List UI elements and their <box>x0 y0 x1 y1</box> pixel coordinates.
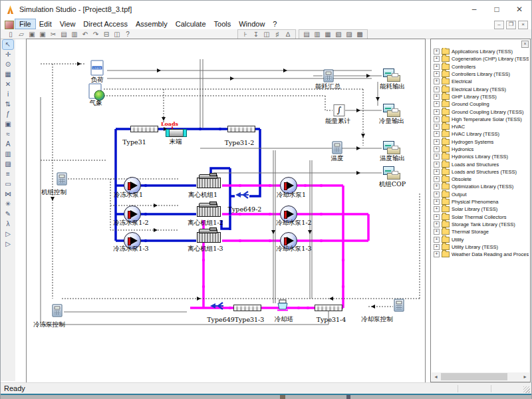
measure-button[interactable]: ∆ <box>283 30 293 39</box>
output-probe-tool[interactable]: ▦ <box>3 70 13 79</box>
menu-file[interactable]: File <box>15 19 35 29</box>
expander-icon[interactable]: + <box>434 131 440 137</box>
tree-item-obsolete[interactable]: +Obsolete <box>432 176 529 183</box>
expander-icon[interactable]: + <box>434 94 440 100</box>
grid-view-tool[interactable]: ▥ <box>3 150 13 159</box>
tree-item-cogeneration-chp-library-tess[interactable]: +Cogeneration (CHP) Library (TESS) <box>432 55 529 63</box>
expander-icon[interactable]: + <box>434 221 440 227</box>
print-layout-tool[interactable]: ▭ <box>3 180 13 189</box>
direct-access-tool[interactable]: ⇅ <box>3 100 13 109</box>
pan-tool[interactable]: ✛ <box>3 50 13 59</box>
node-diverter-type649[interactable] <box>209 301 225 314</box>
menu-view[interactable]: View <box>56 19 80 29</box>
menu-calculate[interactable]: Calculate <box>172 19 210 29</box>
node-type31-2[interactable] <box>227 126 255 132</box>
delete-tool[interactable]: ✕ <box>3 80 13 89</box>
layout-2-button[interactable]: ▥ <box>312 30 323 39</box>
tree-item-solar-library-tess[interactable]: +Solar Library (TESS) <box>432 205 529 213</box>
expander-icon[interactable]: + <box>434 146 440 152</box>
scroll-left-icon[interactable]: ◂ <box>432 372 440 381</box>
stamp-tool[interactable]: ▣ <box>3 120 13 129</box>
print-preview-button[interactable]: ◫ <box>112 30 122 39</box>
expander-icon[interactable]: + <box>434 251 440 257</box>
save-all-button[interactable]: ▣ <box>37 30 48 39</box>
tree-item-utility[interactable]: +Utility <box>432 235 529 243</box>
cut-button[interactable]: ✂ <box>48 30 59 39</box>
tree-item-optimization-library-tess[interactable]: +Optimization Library (TESS) <box>432 183 529 190</box>
tree-item-controllers[interactable]: +Controllers <box>432 63 529 70</box>
copy-button[interactable]: ▤ <box>59 30 69 39</box>
node-load-input[interactable]: USER <box>91 61 104 76</box>
node-unit-control[interactable] <box>57 173 67 186</box>
tree-item-storage-tank-library-tess[interactable]: +Storage Tank Library (TESS) <box>432 221 529 228</box>
expander-icon[interactable]: + <box>434 237 440 243</box>
expander-icon[interactable]: + <box>434 116 440 122</box>
expander-icon[interactable]: + <box>434 229 440 235</box>
plug-tool[interactable]: ⋈ <box>3 190 13 199</box>
node-unit-cop-output[interactable] <box>383 166 400 180</box>
node-energy-summary[interactable] <box>324 70 334 82</box>
expander-icon[interactable]: + <box>434 162 440 168</box>
layout-3-button[interactable]: ▦ <box>323 30 333 39</box>
tree-horizontal-scrollbar[interactable]: ◂ ▸ <box>432 372 529 381</box>
link-tool-button[interactable]: ⊦ <box>240 30 251 39</box>
schematic-canvas[interactable]: USER负荷气象Type31末端Type31-2冷冻水泵1离心机组1冷冻水泵1-… <box>26 39 426 383</box>
tree-item-utility-library-tess[interactable]: +Utility Library (TESS) <box>432 243 529 251</box>
tree-item-ground-coupling[interactable]: +Ground Coupling <box>432 100 529 108</box>
expander-icon[interactable]: + <box>434 78 440 84</box>
expander-icon[interactable]: + <box>434 86 440 92</box>
tree-item-ground-coupling-library-tess[interactable]: +Ground Coupling Library (TESS) <box>432 108 529 115</box>
tree-item-weather-data-reading-and-process[interactable]: +Weather Data Reading and Process <box>432 251 529 258</box>
tree-item-hvac[interactable]: +HVAC <box>432 123 529 130</box>
node-chiller-1[interactable] <box>197 178 221 188</box>
node-chw-pump-control[interactable] <box>53 305 63 317</box>
expander-icon[interactable]: + <box>434 49 440 55</box>
node-type31[interactable] <box>130 126 158 132</box>
menu-edit[interactable]: Edit <box>35 19 56 29</box>
tree-item-physical-phenomena[interactable]: +Physical Phenomena <box>432 198 529 205</box>
expander-icon[interactable]: + <box>434 199 440 205</box>
expander-icon[interactable]: + <box>434 139 440 145</box>
tree-item-ghp-library-tess[interactable]: +GHP Library (TESS) <box>432 93 529 100</box>
help-button[interactable]: ? <box>122 30 133 39</box>
expander-icon[interactable]: + <box>434 184 440 190</box>
scroll-right-icon[interactable]: ▸ <box>521 372 529 381</box>
expander-icon[interactable]: + <box>434 71 440 77</box>
node-temperature-output[interactable] <box>383 141 400 154</box>
tree-item-electrical[interactable]: +Electrical <box>432 78 529 85</box>
tree-item-high-temperature-solar-tess[interactable]: +High Temperature Solar (TESS) <box>432 116 529 123</box>
tree-item-loads-and-structures-tess[interactable]: +Loads and Structures (TESS) <box>432 168 529 176</box>
document-icon[interactable] <box>5 21 14 29</box>
expander-icon[interactable]: + <box>434 192 440 198</box>
expander-icon[interactable]: + <box>434 124 440 130</box>
settings-gear-tool[interactable]: ✳ <box>3 200 13 209</box>
resize-grip[interactable] <box>523 386 530 393</box>
expander-icon[interactable]: + <box>434 109 440 115</box>
wrench-tool[interactable]: ƒ <box>3 110 13 119</box>
node-cooling-tower[interactable] <box>275 299 290 314</box>
save-button[interactable]: ▣ <box>27 30 37 39</box>
pen-tool[interactable]: ✎ <box>3 209 13 219</box>
menu-assembly[interactable]: Assembly <box>132 19 172 29</box>
node-weather[interactable] <box>89 84 102 99</box>
expander-icon[interactable]: + <box>434 176 440 182</box>
layout-6-button[interactable]: ▩ <box>354 30 365 39</box>
menu-tools[interactable]: Tools <box>210 19 235 29</box>
tree-item-thermal-storage[interactable]: +Thermal Storage <box>432 228 529 235</box>
redo-button[interactable]: ↷ <box>90 30 101 39</box>
tree-item-controllers-library-tess[interactable]: +Controllers Library (TESS) <box>432 70 529 78</box>
scrollbar-thumb[interactable] <box>441 373 507 380</box>
node-chiller-1-3[interactable] <box>197 232 221 243</box>
expander-icon[interactable]: + <box>434 214 440 220</box>
layout-1-button[interactable]: ▤ <box>301 30 312 39</box>
insert-down-button[interactable]: ↧ <box>251 30 261 39</box>
grid-view-2-tool[interactable]: ▨ <box>3 160 13 169</box>
expander-icon[interactable]: + <box>434 206 440 212</box>
paste-button[interactable]: ▥ <box>69 30 80 39</box>
print-button[interactable]: ⊟ <box>101 30 112 39</box>
node-diverter-type649-2[interactable] <box>234 190 250 203</box>
menu-window[interactable]: Window <box>235 19 269 29</box>
expander-icon[interactable]: + <box>434 169 440 175</box>
tree-item-hydronics[interactable]: +Hydronics <box>432 146 529 153</box>
node-temperature-calc[interactable] <box>332 142 342 154</box>
